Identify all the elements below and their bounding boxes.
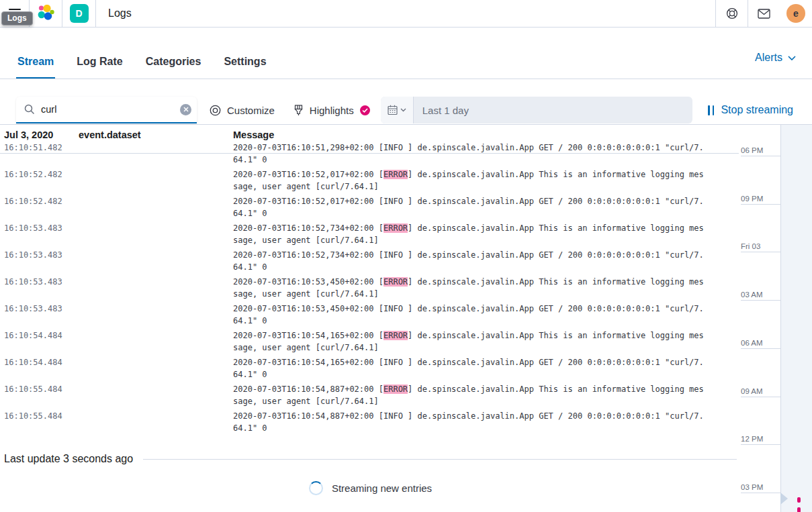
log-level-error-highlight: ERROR: [384, 331, 408, 340]
customize-button[interactable]: Customize: [210, 105, 275, 116]
log-entry[interactable]: 16:10:53.4832020-07-03T16:10:53,450+02:0…: [0, 303, 739, 329]
log-entry-dataset: [79, 329, 233, 356]
minimap-entry-marker: [797, 497, 801, 503]
log-entry-timestamp: 16:10:53.483: [4, 303, 79, 329]
search-box[interactable]: [16, 97, 197, 123]
column-header-row: Jul 3, 2020 event.dataset Message: [0, 130, 739, 140]
log-entry[interactable]: 16:10:54.4842020-07-03T16:10:54,165+02:0…: [0, 356, 739, 383]
search-input[interactable]: [41, 104, 180, 115]
top-header-bar: Logs D Logs: [0, 0, 812, 28]
menu-tooltip: Logs: [1, 11, 33, 25]
log-entry-list: 16:10:51.4822020-07-03T16:10:51,298+02:0…: [0, 142, 739, 437]
date-quick-select-button[interactable]: [381, 97, 414, 123]
footer-divider: [143, 459, 737, 460]
help-icon: [726, 7, 738, 19]
log-entry[interactable]: 16:10:52.4822020-07-03T16:10:52,017+02:0…: [0, 195, 739, 222]
log-stream-toolbar: Customize Highlights: [0, 79, 812, 125]
minimap-entry-marker: [797, 507, 801, 512]
log-entry[interactable]: 16:10:52.4822020-07-03T16:10:52,017+02:0…: [0, 168, 739, 195]
mail-icon: [758, 9, 770, 19]
column-header-date[interactable]: Jul 3, 2020: [4, 130, 79, 140]
log-level-error-highlight: ERROR: [384, 277, 408, 287]
time-ruler-tick: 06 PM: [741, 146, 780, 156]
alerts-dropdown-button[interactable]: Alerts: [755, 52, 796, 79]
log-entry-dataset: [79, 276, 233, 303]
menu-toggle-button[interactable]: Logs: [0, 0, 30, 27]
log-entry[interactable]: 16:10:53.4832020-07-03T16:10:53,450+02:0…: [0, 276, 739, 303]
tab-settings[interactable]: Settings: [222, 46, 267, 79]
minimap-scrollbar[interactable]: [780, 125, 812, 512]
date-range-picker: Last 1 day: [381, 97, 692, 123]
log-level: INFO: [384, 143, 408, 152]
log-entry-timestamp: 16:10:51.482: [4, 142, 79, 168]
log-entry-dataset: [79, 303, 233, 329]
elastic-logo-button[interactable]: [30, 0, 62, 27]
breadcrumb: Logs: [96, 0, 715, 27]
check-icon: [362, 108, 368, 113]
log-entry-timestamp: 16:10:54.484: [4, 356, 79, 383]
tab-categories[interactable]: Categories: [144, 46, 203, 79]
highlights-button[interactable]: Highlights: [294, 105, 370, 116]
log-entry-timestamp: 16:10:52.482: [4, 195, 79, 222]
log-entry-timestamp: 16:10:55.484: [4, 383, 79, 410]
chevron-down-icon: [788, 56, 796, 60]
tab-stream[interactable]: Stream: [16, 46, 55, 79]
time-ruler-tick: 06 AM: [741, 339, 780, 349]
stream-footer: Last update 3 seconds ago Streaming new …: [4, 453, 737, 495]
log-entry[interactable]: 16:10:53.4832020-07-03T16:10:52,734+02:0…: [0, 222, 739, 249]
help-button[interactable]: [715, 0, 748, 27]
log-entry[interactable]: 16:10:54.4842020-07-03T16:10:54,165+02:0…: [0, 329, 739, 356]
log-entry[interactable]: 16:10:51.4822020-07-03T16:10:51,298+02:0…: [0, 142, 739, 168]
time-ruler-tick: 12 PM: [741, 435, 780, 445]
stop-streaming-button[interactable]: Stop streaming: [708, 104, 793, 116]
log-entry-dataset: [79, 356, 233, 383]
column-header-dataset[interactable]: event.dataset: [79, 130, 233, 140]
date-range-value[interactable]: Last 1 day: [414, 97, 469, 123]
log-entry-message: 2020-07-03T16:10:51,298+02:00 [INFO ] de…: [233, 142, 706, 168]
streaming-status-text: Streaming new entries: [332, 482, 432, 494]
log-entry-dataset: [79, 383, 233, 410]
log-level: INFO: [384, 411, 408, 421]
time-ruler-tick: 03 PM: [741, 483, 780, 493]
last-update-row: Last update 3 seconds ago: [4, 453, 737, 465]
log-level: INFO: [384, 250, 408, 260]
log-entry-timestamp: 16:10:53.483: [4, 222, 79, 249]
logs-app: Logs D Logs: [0, 0, 812, 512]
header-actions: e: [715, 0, 812, 27]
log-entry-message: 2020-07-03T16:10:54,887+02:00 [INFO ] de…: [233, 410, 706, 437]
log-entry-message: 2020-07-03T16:10:52,734+02:00 [ERROR] de…: [233, 222, 706, 249]
log-level-error-highlight: ERROR: [384, 170, 408, 179]
newsfeed-button[interactable]: [748, 0, 780, 27]
highlights-active-badge: [360, 105, 370, 115]
column-header-message[interactable]: Message: [233, 130, 706, 140]
log-level-error-highlight: ERROR: [384, 385, 408, 394]
stop-streaming-label: Stop streaming: [721, 104, 793, 116]
log-entry-message: 2020-07-03T16:10:52,017+02:00 [INFO ] de…: [233, 195, 706, 222]
log-level: INFO: [384, 197, 408, 206]
clear-search-button[interactable]: [180, 104, 191, 115]
streaming-status-row: Streaming new entries: [4, 481, 737, 495]
log-entry-message: 2020-07-03T16:10:53,450+02:00 [INFO ] de…: [233, 303, 706, 329]
log-entry-timestamp: 16:10:52.482: [4, 168, 79, 195]
last-update-text: Last update 3 seconds ago: [4, 453, 133, 465]
pause-icon: [708, 105, 714, 115]
minimap-viewport-indicator[interactable]: [780, 493, 788, 505]
page-tabs: Stream Log Rate Categories Settings Aler…: [0, 28, 812, 79]
log-entry[interactable]: 16:10:53.4832020-07-03T16:10:52,734+02:0…: [0, 249, 739, 276]
log-entry-dataset: [79, 222, 233, 249]
user-menu-button[interactable]: e: [780, 0, 812, 27]
elastic-logo-icon: [37, 5, 54, 22]
log-entry-dataset: [79, 195, 233, 222]
tab-log-rate[interactable]: Log Rate: [75, 46, 124, 79]
column-header-divider: [0, 153, 739, 154]
log-entry[interactable]: 16:10:55.4842020-07-03T16:10:54,887+02:0…: [0, 383, 739, 410]
log-entry[interactable]: 16:10:55.4842020-07-03T16:10:54,887+02:0…: [0, 410, 739, 437]
log-level: INFO: [384, 304, 408, 313]
log-entry-message: 2020-07-03T16:10:54,887+02:00 [ERROR] de…: [233, 383, 706, 410]
space-selector-button[interactable]: D: [62, 0, 96, 27]
log-entry-timestamp: 16:10:55.484: [4, 410, 79, 437]
highlights-label: Highlights: [310, 105, 354, 116]
brush-icon: [294, 105, 304, 116]
loading-spinner-icon: [309, 481, 323, 495]
log-stream: Jul 3, 2020 event.dataset Message 16:10:…: [0, 125, 739, 512]
